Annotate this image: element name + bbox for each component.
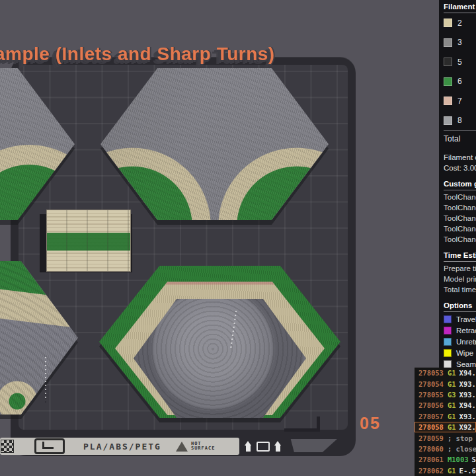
hot-surface-line2: SURFACE (191, 446, 216, 451)
gcode-line[interactable]: 278056G1X94.05 (415, 400, 476, 411)
gcode-command: G1 (448, 401, 456, 409)
gcode-args: E-.65 (459, 467, 476, 475)
gcode-args: S0 (472, 456, 476, 463)
viewport[interactable]: PLA/ABS/PETG HOT SURFACE ample (Inlets a… (0, 0, 476, 476)
filament-id: 8 (457, 116, 462, 125)
filament-row[interactable]: 2 (444, 13, 476, 33)
legend-row[interactable]: Wipe (444, 348, 476, 359)
legend-label: Unretra (456, 338, 476, 346)
filament-row[interactable]: 8 (444, 111, 476, 131)
model-hexagon-bottom-center[interactable] (0, 0, 357, 476)
gcode-line[interactable]: 278054G1X93.11 (415, 378, 476, 389)
plate-edge-label-strip: PLA/ABS/PETG HOT SURFACE (0, 438, 239, 455)
filament-id: 2 (457, 19, 462, 28)
legend-row[interactable]: Retract (444, 325, 476, 336)
gcode-line[interactable]: 278053G1X94.61 (415, 368, 476, 378)
filament-color-swatch[interactable] (444, 58, 452, 66)
options-header: Options (444, 299, 476, 312)
gcode-command: G3 (448, 391, 456, 399)
legend-label: Wipe (456, 349, 473, 357)
gcode-line-number: 278054 (418, 380, 444, 388)
filament-color-swatch[interactable] (444, 116, 452, 125)
slot-icon (257, 442, 270, 452)
gcode-command: G1 (448, 380, 456, 388)
toolchange-row[interactable]: ToolChang (444, 234, 476, 245)
custom-gcode-header: Custom g- (444, 177, 476, 190)
toolchange-row[interactable]: ToolChang (444, 192, 476, 202)
legend-row[interactable]: Seams (444, 359, 476, 368)
filament-id: 5 (457, 58, 462, 67)
gcode-line-number: 278060 (418, 445, 444, 453)
filament-color-swatch[interactable] (444, 19, 452, 27)
gcode-command: G1 (448, 413, 456, 420)
legend-color-chip (444, 349, 452, 357)
logo-icon (34, 438, 65, 454)
gcode-args: ; stop prin (448, 434, 476, 442)
plate-clip-icons (245, 438, 287, 454)
gcode-line-number: 278053 (418, 369, 444, 377)
gcode-line[interactable]: 278059; stop prin (415, 432, 476, 443)
gcode-command: G1 (448, 467, 456, 475)
gcode-command: G1 (448, 369, 456, 377)
gcode-lines: 278053G1X94.61278054G1X93.11278055G3X93.… (415, 368, 476, 476)
gcode-line-number: 278057 (418, 413, 444, 420)
warning-triangle-icon (176, 442, 188, 452)
gcode-args: X93.11 (459, 380, 476, 388)
gcode-line-number: 278059 (418, 434, 444, 442)
time-estimation-row: Total time: (444, 284, 476, 295)
time-estimation-header: Time Estim (444, 249, 476, 262)
right-info-panel: Filament 235678 Total Filament c Cost: 3… (439, 0, 476, 368)
legend-row[interactable]: Travel (444, 313, 476, 325)
gcode-line[interactable]: 278062G1E-.65 (415, 465, 476, 476)
legend-label: Seams (456, 360, 476, 368)
gcode-line-number: 278058 (418, 423, 444, 431)
gcode-args: X94.61 (459, 369, 476, 377)
slicer-preview-window: PLA/ABS/PETG HOT SURFACE ample (Inlets a… (0, 0, 476, 476)
scene-title: ample (Inlets and Sharp Turns) (0, 44, 275, 65)
filament-list: 235678 (444, 13, 476, 130)
gcode-line[interactable]: 278060; close po (415, 444, 476, 454)
filament-row[interactable]: 5 (444, 52, 476, 72)
plate-number-label: 05 (360, 414, 381, 433)
gcode-line-number: 278056 (418, 401, 444, 409)
legend-color-chip (444, 315, 452, 323)
filament-id: 3 (457, 38, 462, 47)
filament-color-swatch[interactable] (444, 38, 452, 47)
legend-label: Retract (456, 327, 476, 335)
filament-cost-label: Filament c (444, 153, 476, 163)
gcode-args: X92.87 (459, 423, 476, 431)
filament-color-swatch[interactable] (444, 97, 452, 105)
toolchange-row[interactable]: ToolChang (444, 202, 476, 213)
qr-icon (1, 440, 13, 452)
gcode-line-number: 278062 (418, 467, 444, 475)
legend-color-chip (444, 360, 452, 368)
filament-total-label: Total (444, 131, 476, 153)
gcode-line[interactable]: 278058G1X92.87 (415, 422, 476, 432)
filament-row[interactable]: 6 (444, 72, 476, 92)
gcode-args: ; close po (448, 445, 476, 453)
hot-surface-label: HOT SURFACE (191, 442, 216, 451)
time-estimation-row: Model prin (444, 274, 476, 284)
legend-label: Travel (456, 315, 476, 323)
gcode-args: X93.48 (459, 413, 476, 420)
filament-color-swatch[interactable] (444, 77, 452, 86)
gcode-line[interactable]: 278057G1X93.48 (415, 411, 476, 422)
time-estimation-row: Prepare tim (444, 263, 476, 274)
clip-up-icon (245, 441, 252, 452)
cost-value: Cost: 3.00 (444, 163, 476, 174)
gcode-command: M1003 (448, 456, 469, 463)
filament-row[interactable]: 7 (444, 91, 476, 111)
options-legend: TravelRetractUnretraWipeSeams (444, 312, 476, 368)
gcode-line[interactable]: 278061M1003S0 (415, 454, 476, 465)
legend-row[interactable]: Unretra (444, 336, 476, 347)
gcode-line[interactable]: 278055G3X93.07 (415, 389, 476, 400)
custom-gcode-list: ToolChangToolChangToolChangToolChangTool… (444, 190, 476, 245)
time-estimation-list: Prepare timModel prinTotal time: (444, 262, 476, 295)
filament-row[interactable]: 3 (444, 33, 476, 53)
gcode-listing-panel[interactable]: 278053G1X94.61278054G1X93.11278055G3X93.… (415, 368, 476, 476)
clip-up-icon (274, 441, 282, 452)
toolchange-row[interactable]: ToolChang (444, 213, 476, 223)
toolchange-row[interactable]: ToolChang (444, 223, 476, 234)
gcode-line-number: 278061 (418, 456, 444, 463)
gcode-args: X94.05 (459, 401, 476, 409)
